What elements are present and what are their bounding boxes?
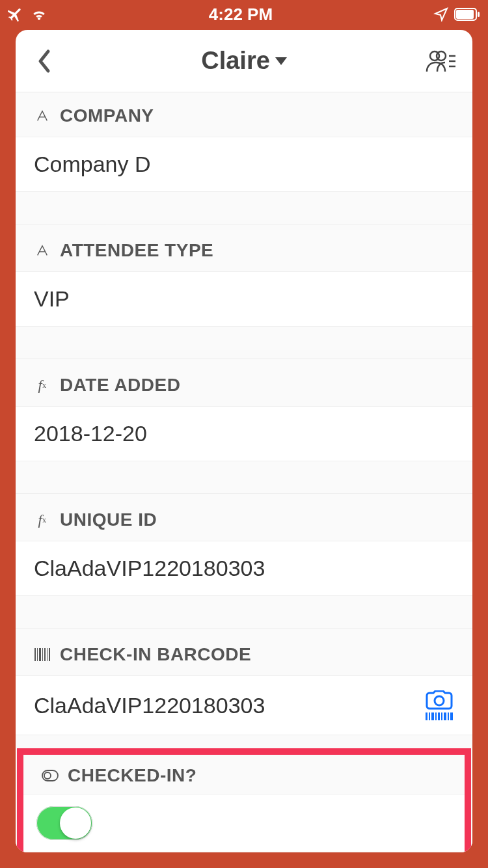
detail-card: Claire COMPANY bbox=[16, 30, 472, 852]
airplane-mode-icon bbox=[8, 6, 25, 23]
svg-point-5 bbox=[437, 51, 446, 61]
svg-rect-25 bbox=[450, 712, 453, 720]
nav-bar: Claire bbox=[16, 30, 472, 92]
svg-rect-18 bbox=[429, 712, 430, 720]
field-value-unique-id[interactable]: ClaAdaVIP1220180303 bbox=[16, 541, 472, 596]
svg-rect-10 bbox=[37, 648, 38, 661]
text-field-icon bbox=[34, 242, 51, 259]
checked-in-toggle[interactable] bbox=[36, 806, 92, 840]
svg-rect-21 bbox=[438, 712, 440, 720]
nav-title-dropdown[interactable]: Claire bbox=[201, 47, 287, 75]
battery-icon bbox=[454, 8, 480, 21]
formula-field-icon: fx bbox=[34, 511, 51, 528]
field-label: DATE ADDED bbox=[60, 375, 180, 396]
svg-rect-2 bbox=[478, 12, 480, 17]
field-value-attendee-type[interactable]: VIP bbox=[16, 272, 472, 327]
field-value-checked-in bbox=[23, 794, 465, 852]
field-header-attendee-type: ATTENDEE TYPE bbox=[16, 224, 472, 272]
field-label: COMPANY bbox=[60, 105, 154, 126]
svg-rect-17 bbox=[426, 712, 427, 720]
field-header-barcode: CHECK-IN BARCODE bbox=[16, 629, 472, 676]
svg-marker-3 bbox=[275, 57, 287, 65]
barcode-field-icon bbox=[34, 646, 51, 663]
location-icon bbox=[433, 7, 449, 22]
text-field-icon bbox=[34, 107, 51, 124]
nav-title-text: Claire bbox=[201, 47, 270, 75]
svg-rect-11 bbox=[39, 648, 41, 661]
svg-rect-22 bbox=[441, 712, 442, 720]
svg-rect-20 bbox=[435, 712, 437, 720]
svg-point-16 bbox=[435, 696, 444, 705]
toggle-field-icon bbox=[42, 767, 59, 784]
field-header-company: COMPANY bbox=[16, 92, 472, 137]
svg-rect-15 bbox=[49, 648, 50, 661]
svg-rect-13 bbox=[44, 648, 46, 661]
wifi-icon bbox=[30, 7, 48, 21]
field-label: CHECK-IN BARCODE bbox=[60, 644, 251, 665]
field-value-barcode[interactable]: ClaAdaVIP1220180303 bbox=[16, 676, 472, 735]
field-value-date-added[interactable]: 2018-12-20 bbox=[16, 407, 472, 461]
svg-rect-23 bbox=[444, 712, 446, 720]
field-value-company[interactable]: Company D bbox=[16, 137, 472, 192]
formula-field-icon: fx bbox=[34, 377, 51, 394]
svg-rect-19 bbox=[431, 712, 434, 720]
scan-barcode-button[interactable] bbox=[424, 690, 454, 720]
highlighted-checked-in-section: CHECKED-IN? bbox=[17, 748, 471, 852]
svg-rect-1 bbox=[456, 10, 474, 19]
svg-point-27 bbox=[44, 772, 51, 779]
status-time: 4:22 PM bbox=[48, 5, 433, 25]
field-label: CHECKED-IN? bbox=[68, 765, 197, 786]
status-bar: 4:22 PM bbox=[0, 0, 488, 29]
svg-rect-12 bbox=[42, 648, 43, 661]
svg-rect-14 bbox=[47, 648, 47, 661]
field-label: UNIQUE ID bbox=[60, 509, 157, 530]
field-label: ATTENDEE TYPE bbox=[60, 240, 213, 261]
people-list-icon[interactable] bbox=[426, 48, 457, 74]
svg-rect-24 bbox=[448, 712, 449, 720]
field-header-date-added: fx DATE ADDED bbox=[16, 359, 472, 407]
field-list[interactable]: COMPANY Company D ATTENDEE TYPE VIP fx D… bbox=[16, 92, 472, 852]
back-button[interactable] bbox=[31, 48, 57, 74]
field-header-checked-in: CHECKED-IN? bbox=[23, 755, 465, 794]
svg-rect-9 bbox=[34, 648, 36, 661]
chevron-down-icon bbox=[275, 57, 287, 65]
field-header-unique-id: fx UNIQUE ID bbox=[16, 494, 472, 541]
